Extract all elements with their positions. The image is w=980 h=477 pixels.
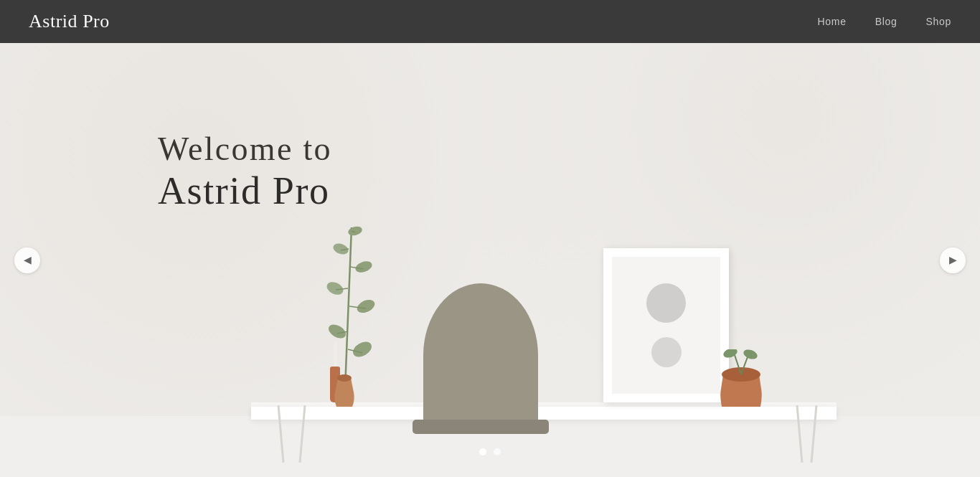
carousel-dot-2[interactable] xyxy=(494,448,501,455)
frame-content xyxy=(612,257,720,394)
plant-vase-svg xyxy=(326,364,362,407)
carousel-dots xyxy=(479,448,501,455)
frame-circle-large xyxy=(646,283,686,323)
svg-point-5 xyxy=(354,259,373,274)
hero-title-text: Astrid Pro xyxy=(158,169,332,213)
hero-welcome-text: Welcome to xyxy=(158,129,332,169)
desk-top xyxy=(251,407,837,420)
chair-back xyxy=(423,283,538,427)
svg-point-4 xyxy=(325,280,346,298)
picture-frame xyxy=(603,248,729,402)
carousel-dot-1[interactable] xyxy=(479,448,486,455)
svg-point-3 xyxy=(355,297,377,315)
chevron-right-icon: ▶ xyxy=(949,254,957,266)
svg-point-20 xyxy=(743,349,759,361)
header: Astrid Pro Home Blog Shop xyxy=(0,0,980,43)
svg-point-2 xyxy=(326,322,349,341)
frame-circle-small xyxy=(651,337,682,367)
chair-seat xyxy=(413,420,549,434)
chevron-left-icon: ◀ xyxy=(24,254,32,266)
hero-section: Welcome to Astrid Pro ◀ ▶ xyxy=(0,43,980,477)
main-nav: Home Blog Shop xyxy=(818,16,951,27)
nav-blog[interactable]: Blog xyxy=(875,16,897,27)
nav-home[interactable]: Home xyxy=(818,16,847,27)
carousel-next-button[interactable]: ▶ xyxy=(940,247,966,273)
svg-point-7 xyxy=(347,225,363,237)
nav-shop[interactable]: Shop xyxy=(926,16,952,27)
copper-pot-svg xyxy=(716,349,766,407)
hero-text: Welcome to Astrid Pro xyxy=(158,129,332,213)
svg-point-1 xyxy=(350,339,374,360)
site-logo[interactable]: Astrid Pro xyxy=(29,11,110,32)
svg-point-15 xyxy=(337,374,352,382)
carousel-prev-button[interactable]: ◀ xyxy=(14,247,40,273)
